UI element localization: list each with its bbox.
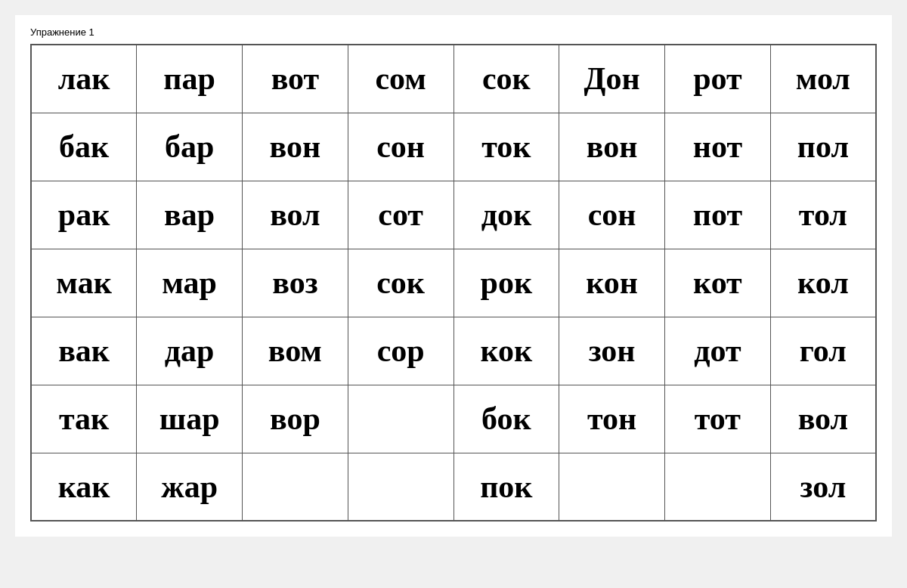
table-cell: бок [454, 385, 559, 453]
exercise-title: Упражнение 1 [30, 26, 877, 38]
table-cell: док [454, 181, 559, 249]
table-cell: вом [243, 317, 348, 385]
table-cell: кот [665, 249, 771, 317]
table-cell: пот [665, 181, 771, 249]
page-container: Упражнение 1 лакпарвотсомсокДонротмолбак… [15, 15, 892, 537]
table-cell: так [31, 385, 137, 453]
table-cell: сон [348, 113, 454, 181]
table-cell: сок [454, 45, 559, 113]
table-cell: сор [348, 317, 454, 385]
table-cell: как [31, 453, 137, 521]
table-cell: тот [665, 385, 771, 453]
table-cell: сом [348, 45, 454, 113]
table-cell: пок [454, 453, 559, 521]
table-cell: вак [31, 317, 137, 385]
table-cell: жар [137, 453, 243, 521]
table-cell: дар [137, 317, 243, 385]
table-cell: дот [665, 317, 771, 385]
word-table: лакпарвотсомсокДонротмолбакбарвонсонтокв… [30, 44, 877, 521]
table-cell: вол [770, 385, 876, 453]
table-cell: тон [559, 385, 665, 453]
table-cell: кок [454, 317, 559, 385]
table-cell: ток [454, 113, 559, 181]
table-cell [348, 385, 454, 453]
table-cell: мар [137, 249, 243, 317]
table-cell: вон [243, 113, 348, 181]
table-cell: рак [31, 181, 137, 249]
table-cell: рот [665, 45, 771, 113]
table-cell: воз [243, 249, 348, 317]
table-cell: кон [559, 249, 665, 317]
table-cell: вол [243, 181, 348, 249]
table-cell: вар [137, 181, 243, 249]
table-cell: шар [137, 385, 243, 453]
table-cell: гол [770, 317, 876, 385]
table-cell: мол [770, 45, 876, 113]
table-cell [665, 453, 771, 521]
table-cell: нот [665, 113, 771, 181]
table-cell: вот [243, 45, 348, 113]
table-cell: мак [31, 249, 137, 317]
table-cell: кол [770, 249, 876, 317]
table-cell [559, 453, 665, 521]
table-cell [348, 453, 454, 521]
table-cell [243, 453, 348, 521]
table-cell: пар [137, 45, 243, 113]
table-cell: вон [559, 113, 665, 181]
table-cell: зон [559, 317, 665, 385]
table-cell: вор [243, 385, 348, 453]
table-cell: бар [137, 113, 243, 181]
table-cell: зол [770, 453, 876, 521]
table-cell: бак [31, 113, 137, 181]
table-cell: лак [31, 45, 137, 113]
table-cell: пол [770, 113, 876, 181]
table-cell: сон [559, 181, 665, 249]
table-cell: тол [770, 181, 876, 249]
table-cell: Дон [559, 45, 665, 113]
table-cell: сок [348, 249, 454, 317]
table-cell: сот [348, 181, 454, 249]
table-cell: рок [454, 249, 559, 317]
